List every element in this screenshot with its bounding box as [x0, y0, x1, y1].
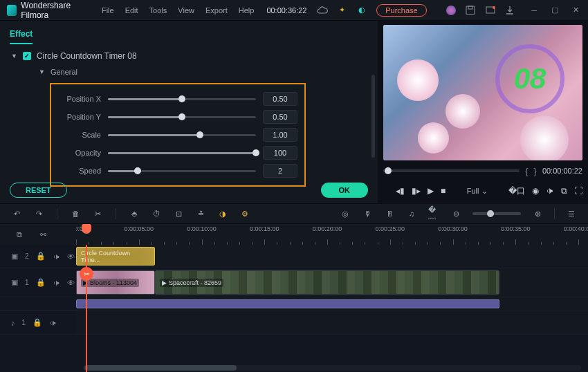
timeline-tracks: ✂ ▣ 2 🔒 🕩 👁 Circle Countdown Time... ▣ 1… [0, 245, 588, 372]
tab-effect[interactable]: Effect [10, 29, 33, 44]
value-speed[interactable]: 2 [263, 164, 297, 178]
menu-export[interactable]: Export [205, 6, 228, 15]
keyframe-icon[interactable]: ⚙ [239, 208, 250, 219]
preview-scrubber[interactable] [383, 169, 520, 172]
panel-scrollbar[interactable] [371, 75, 375, 158]
music-icon[interactable]: ♫ [406, 208, 417, 219]
preview-viewport[interactable]: 08 [383, 25, 582, 160]
param-scale: Scale 1.00 [51, 126, 297, 144]
reset-button[interactable]: RESET [10, 183, 67, 198]
mute-icon[interactable]: 🕩 [49, 319, 57, 327]
maximize-icon[interactable]: ▢ [549, 5, 560, 16]
timeline-ruler[interactable]: 0:00:000:00:05:000:00:10:000:00:15:000:0… [76, 224, 588, 245]
tracks-menu-icon[interactable]: ☰ [566, 208, 577, 219]
close-icon[interactable]: ✕ [570, 5, 581, 16]
cloud-icon[interactable] [317, 5, 328, 16]
menu-file[interactable]: File [102, 6, 114, 15]
countdown-overlay: 08 [495, 44, 564, 113]
slider-speed[interactable] [108, 170, 256, 172]
svg-point-3 [493, 6, 495, 9]
message-icon[interactable] [485, 5, 495, 16]
speed-icon[interactable]: ⏱ [151, 208, 162, 219]
undo-icon[interactable]: ↶ [11, 208, 22, 219]
mixer-icon[interactable]: 🎚 [384, 208, 395, 219]
section-general[interactable]: ▼ General [39, 68, 367, 76]
value-scale[interactable]: 1.00 [263, 128, 297, 142]
zoom-in-icon[interactable]: ⊕ [532, 208, 543, 219]
download-icon[interactable] [505, 5, 515, 16]
lock-icon[interactable]: 🔒 [33, 318, 42, 327]
popout-icon[interactable]: ⧉ [561, 186, 567, 196]
lock-icon[interactable]: 🔒 [36, 278, 46, 287]
link-icon[interactable]: ⚯ [37, 229, 48, 240]
value-position-x[interactable]: 0.50 [263, 92, 297, 106]
snapshot-icon[interactable]: ◉ [532, 186, 539, 196]
menu-help[interactable]: Help [239, 6, 255, 15]
save-icon[interactable] [466, 5, 475, 16]
video-track-icon: ▣ [11, 278, 18, 287]
color-icon[interactable]: ◑ [217, 208, 228, 219]
params-highlight: Position X 0.50 Position Y 0.50 Scale 1.… [50, 83, 306, 187]
volume-icon[interactable]: 🕩 [546, 186, 554, 196]
playhead[interactable]: ✂ [86, 245, 87, 372]
mark-out-icon[interactable]: } [534, 166, 537, 176]
app-logo: Wondershare Filmora [7, 1, 92, 20]
clip-audio-link[interactable] [76, 299, 499, 308]
step-back-icon[interactable]: ▮▸ [412, 186, 421, 196]
eye-icon[interactable]: 👁 [67, 279, 75, 287]
param-speed: Speed 2 [51, 162, 297, 180]
minimize-icon[interactable]: ─ [529, 5, 540, 16]
clip-spacecraft[interactable]: ▶Spacecraft - 82659 [155, 270, 499, 295]
play-icon[interactable]: ▶ [428, 186, 434, 196]
fit-icon[interactable]: �〰 [428, 208, 439, 219]
logo-icon [7, 5, 17, 16]
track-audio-row: ♪ 1 🔒 🕩 [0, 311, 588, 335]
tips-icon[interactable]: ✦ [338, 5, 347, 16]
zoom-out-icon[interactable]: ⊖ [450, 208, 461, 219]
purchase-button[interactable]: Purchase [376, 4, 426, 17]
crop-icon[interactable]: ⊡ [173, 208, 184, 219]
effect-title-row[interactable]: ▼ ✓ Circle Countdown Timer 08 [11, 51, 367, 61]
lock-icon[interactable]: 🔒 [36, 252, 46, 261]
marker2-icon[interactable]: ◎ [340, 208, 351, 219]
slider-scale[interactable] [108, 134, 256, 136]
display-icon[interactable]: �口 [508, 185, 525, 197]
effect-enabled-checkbox[interactable]: ✓ [23, 52, 31, 60]
delete-icon[interactable]: 🗑 [70, 208, 81, 219]
prev-frame-icon[interactable]: ◂▮ [396, 186, 405, 196]
stop-icon[interactable]: ■ [441, 186, 445, 196]
support-icon[interactable]: ◐ [357, 5, 367, 16]
mute-icon[interactable]: 🕩 [53, 252, 60, 261]
split-icon[interactable]: ✂ [92, 208, 103, 219]
clip-effect[interactable]: Circle Countdown Time... [76, 247, 155, 266]
slider-opacity[interactable] [108, 152, 256, 154]
mute-icon[interactable]: 🕩 [53, 279, 60, 287]
quality-select[interactable]: Full ⌄ [467, 187, 488, 196]
effect-panel: Effect ▼ ✓ Circle Countdown Timer 08 ▼ G… [0, 21, 378, 203]
fullscreen-icon[interactable]: ⛶ [574, 186, 582, 196]
slider-position-y[interactable] [108, 116, 256, 118]
value-opacity[interactable]: 100 [263, 146, 297, 160]
mark-in-icon[interactable]: { [525, 166, 528, 176]
scissors-icon[interactable]: ✂ [80, 267, 93, 281]
zoom-slider[interactable] [472, 212, 521, 215]
profile-icon[interactable] [446, 5, 456, 16]
track-effect-row: ▣ 2 🔒 🕩 👁 Circle Countdown Time... [0, 245, 588, 268]
track-audio-link-row [0, 297, 588, 311]
adjust-icon[interactable]: ≛ [195, 208, 206, 219]
playhead-head-icon[interactable] [82, 224, 91, 234]
overlap-icon[interactable]: ⧉ [14, 229, 25, 240]
menu-view[interactable]: View [178, 6, 194, 15]
menu-tools[interactable]: Tools [149, 6, 167, 15]
titlebar: Wondershare Filmora File Edit Tools View… [0, 0, 588, 21]
caret-down-icon: ▼ [39, 68, 45, 75]
value-position-y[interactable]: 0.50 [263, 110, 297, 124]
timeline-h-scroll[interactable] [0, 364, 588, 372]
menu-edit[interactable]: Edit [125, 6, 138, 15]
tag-icon[interactable]: ⬘ [129, 208, 140, 219]
redo-icon[interactable]: ↷ [33, 208, 44, 219]
slider-position-x[interactable] [108, 98, 256, 100]
eye-icon[interactable]: 👁 [67, 252, 75, 261]
ok-button[interactable]: OK [321, 183, 369, 198]
mic-icon[interactable]: 🎙 [362, 208, 373, 219]
